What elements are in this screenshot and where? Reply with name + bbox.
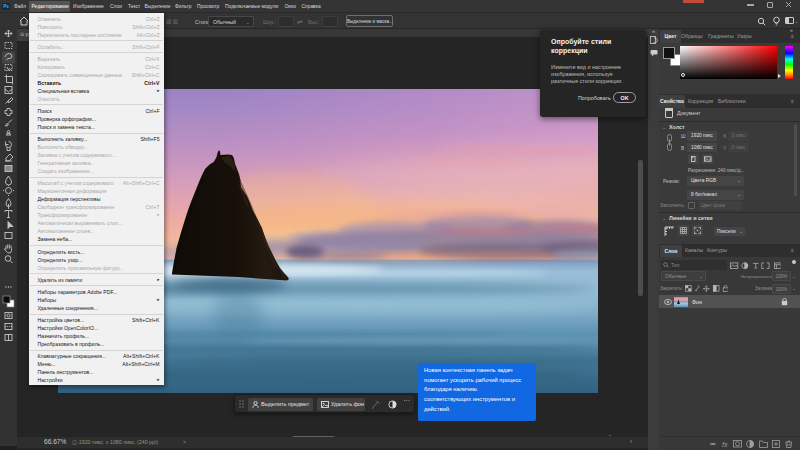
svg-text:fx: fx bbox=[722, 441, 728, 448]
